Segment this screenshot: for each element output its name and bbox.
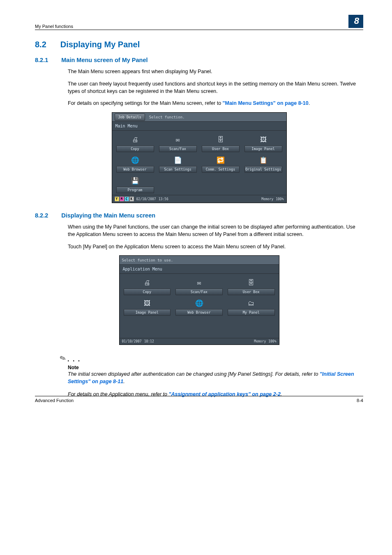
user-box-icon: 🗄 (246, 278, 256, 287)
subsection-heading: 8.2.1 Main Menu screen of My Panel (35, 57, 363, 63)
panel-function-button[interactable]: 💾Program (116, 176, 154, 193)
panel-function-button[interactable]: 🖼Image Panel (124, 298, 171, 316)
note-icon: ✎ (58, 353, 67, 364)
panel-function-button[interactable]: 🌐Web Browser (175, 298, 223, 316)
my-panel-icon: 🗂 (246, 298, 256, 308)
user-box-icon: 🗄 (215, 135, 226, 144)
status-mem: 100% (276, 197, 284, 201)
status-time: 13:56 (159, 197, 168, 201)
function-label: Scan/Fax (159, 146, 197, 152)
comm-settings-icon: 🔁 (215, 155, 226, 164)
function-label: Copy (116, 146, 154, 152)
panel-function-button[interactable]: 📄Scan Settings (159, 155, 197, 173)
xref-link[interactable]: "Main Menu Settings" on page 8-10 (223, 100, 309, 106)
panel-grid: 🖨Copy✉Scan/Fax🗄User Box🖼Image Panel🌐Web … (112, 131, 286, 195)
paragraph: For details on specifying settings for t… (68, 100, 363, 107)
function-label: Comm. Settings (202, 166, 240, 173)
panel-instruction: Select function to use. (122, 258, 173, 262)
web-browser-icon: 🌐 (130, 155, 141, 164)
text: . (309, 100, 310, 106)
image-panel-icon: 🖼 (142, 298, 152, 308)
job-details-button[interactable]: Job Details (115, 113, 145, 121)
footer-right: 8-4 (357, 398, 363, 403)
status-mem-label: Memory (261, 197, 273, 201)
breadcrumb: My Panel functions (35, 24, 73, 29)
text: . (123, 379, 125, 384)
panel-title: Application Menu (120, 265, 279, 274)
panel-function-button[interactable]: 📋Original Settings (244, 155, 282, 173)
function-label: Scan Settings (159, 166, 197, 173)
section-title: Displaying My Panel (60, 40, 140, 49)
toner-indicator: YMCK (115, 197, 134, 201)
function-label: Program (116, 187, 154, 193)
panel-function-button[interactable]: 🗄User Box (202, 135, 240, 152)
scan-fax-icon: ✉ (173, 135, 183, 144)
function-label: Scan/Fax (175, 289, 223, 295)
paragraph: Touch [My Panel] on the Application Menu… (68, 243, 363, 251)
panel-function-button[interactable]: ✉Scan/Fax (159, 135, 197, 152)
page-header: My Panel functions 8 (35, 16, 363, 30)
original-settings-icon: 📋 (258, 155, 269, 164)
function-label: Web Browser (116, 166, 154, 173)
panel-function-button[interactable]: 🌐Web Browser (116, 155, 154, 173)
panel-topbar: Select function to use. (120, 256, 279, 265)
text: For details on specifying settings for t… (68, 100, 223, 106)
function-label: User Box (228, 289, 275, 295)
footer-left: Advanced Function (35, 398, 74, 403)
chapter-badge: 8 (348, 15, 363, 28)
note-block: ✎ . . . Note The initial screen displaye… (68, 354, 363, 398)
panel-function-button[interactable]: 🗂My Panel (228, 298, 275, 316)
subsection-number: 8.2.1 (35, 57, 48, 63)
panel-grid: 🖨Copy✉Scan/Fax🗄User Box🖼Image Panel🌐Web … (120, 274, 279, 317)
panel-topbar: Job Details Select function. (112, 113, 286, 122)
section-number: 8.2 (35, 40, 46, 49)
panel-function-button[interactable]: 🖨Copy (124, 278, 171, 295)
note-paragraph: The initial screen displayed after authe… (68, 370, 363, 385)
function-label: Image Panel (244, 146, 282, 152)
panel-statusbar: YMCK 02/10/2007 13:56 Memory 100% (112, 195, 286, 203)
page-footer: Advanced Function 8-4 (35, 396, 363, 403)
function-label: Image Panel (124, 309, 171, 316)
panel-function-button[interactable]: 🔁Comm. Settings (202, 155, 240, 173)
copy-icon: 🖨 (130, 135, 141, 144)
panel-title: Main Menu (112, 122, 286, 131)
function-label: Original Settings (244, 166, 282, 173)
paragraph: The user can freely layout frequently us… (68, 81, 363, 95)
scan-fax-icon: ✉ (194, 278, 205, 287)
web-browser-icon: 🌐 (194, 298, 205, 308)
note-heading: ✎ . . . (60, 354, 363, 363)
function-label: My Panel (228, 309, 275, 316)
panel-function-button[interactable]: ✉Scan/Fax (175, 278, 223, 295)
panel-function-button[interactable]: 🖨Copy (116, 135, 154, 152)
figure-main-menu: Job Details Select function. Main Menu 🖨… (35, 112, 363, 203)
function-label: Web Browser (175, 309, 223, 316)
scan-settings-icon: 📄 (173, 155, 183, 164)
device-panel: Job Details Select function. Main Menu 🖨… (112, 112, 287, 203)
program-icon: 💾 (130, 176, 141, 185)
status-date: 02/10/2007 (136, 197, 156, 201)
status-mem-label: Memory (254, 340, 266, 343)
panel-function-button[interactable]: 🗄User Box (228, 278, 275, 295)
text: The initial screen displayed after authe… (68, 371, 320, 377)
subsection-title: Main Menu screen of My Panel (61, 57, 148, 63)
subsection-heading: 8.2.2 Displaying the Main Menu screen (35, 212, 363, 219)
paragraph: The Main Menu screen appears first when … (68, 68, 363, 76)
figure-application-menu: Select function to use. Application Menu… (35, 255, 363, 345)
image-panel-icon: 🖼 (258, 135, 269, 144)
device-panel: Select function to use. Application Menu… (119, 255, 279, 345)
panel-statusbar: 01/10/2007 10:12 Memory 100% (120, 338, 279, 345)
panel-function-button[interactable]: 🖼Image Panel (244, 135, 282, 152)
status-time: 10:12 (144, 340, 154, 343)
copy-icon: 🖨 (142, 278, 152, 287)
paragraph: When using the My Panel functions, the u… (68, 224, 363, 238)
status-date: 01/10/2007 (122, 340, 142, 343)
function-label: User Box (202, 146, 240, 152)
subsection-number: 8.2.2 (35, 212, 48, 219)
section-heading: 8.2 Displaying My Panel (35, 40, 363, 49)
note-label: Note (68, 365, 363, 370)
status-mem: 100% (268, 340, 276, 343)
subsection-title: Displaying the Main Menu screen (61, 212, 155, 219)
function-label: Copy (124, 289, 171, 295)
panel-instruction: Select function. (149, 115, 185, 119)
